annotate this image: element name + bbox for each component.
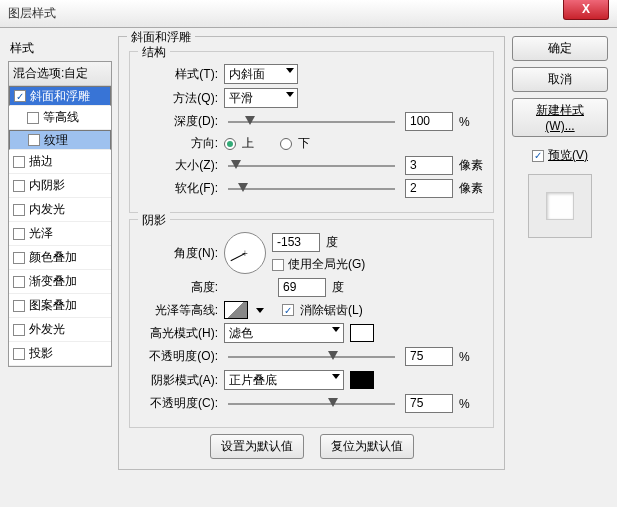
shading-group: 阴影 角度(N): + -153 度 使用全局光(G) <box>129 219 494 428</box>
altitude-label: 高度: <box>140 279 218 296</box>
style-row-斜面和浮雕[interactable]: ✓斜面和浮雕 <box>9 86 111 106</box>
style-row-等高线[interactable]: 等高线 <box>9 106 111 130</box>
direction-up-radio[interactable] <box>224 138 236 150</box>
technique-value: 平滑 <box>229 90 253 107</box>
global-light-check[interactable] <box>272 259 284 271</box>
reset-default-button[interactable]: 复位为默认值 <box>320 434 414 459</box>
size-slider[interactable] <box>228 158 395 174</box>
style-row-图案叠加[interactable]: 图案叠加 <box>9 294 111 318</box>
highlight-opacity-slider[interactable] <box>228 349 395 365</box>
ok-button[interactable]: 确定 <box>512 36 608 61</box>
angle-input[interactable]: -153 <box>272 233 320 252</box>
highlight-color[interactable] <box>350 324 374 342</box>
set-default-button[interactable]: 设置为默认值 <box>210 434 304 459</box>
size-input[interactable]: 3 <box>405 156 453 175</box>
style-panel: 样式 混合选项:自定 ✓斜面和浮雕等高线纹理描边内阴影内发光光泽颜色叠加渐变叠加… <box>8 36 112 478</box>
cancel-button[interactable]: 取消 <box>512 67 608 92</box>
shadow-opacity-unit: % <box>459 397 483 411</box>
depth-slider[interactable] <box>228 114 395 130</box>
new-style-button[interactable]: 新建样式(W)... <box>512 98 608 137</box>
style-check[interactable] <box>13 204 25 216</box>
shadow-mode-label: 阴影模式(A): <box>140 372 218 389</box>
blend-options-row[interactable]: 混合选项:自定 <box>9 62 111 86</box>
style-check[interactable] <box>13 324 25 336</box>
chevron-down-icon[interactable] <box>256 308 264 313</box>
style-row-label: 描边 <box>29 153 53 170</box>
style-check[interactable] <box>13 348 25 360</box>
style-row-颜色叠加[interactable]: 颜色叠加 <box>9 246 111 270</box>
style-check[interactable] <box>13 300 25 312</box>
antialias-check[interactable]: ✓ <box>282 304 294 316</box>
style-row-label: 外发光 <box>29 321 65 338</box>
soften-input[interactable]: 2 <box>405 179 453 198</box>
gloss-contour[interactable] <box>224 301 248 319</box>
close-button[interactable]: X <box>563 0 609 20</box>
style-check[interactable]: ✓ <box>14 90 26 102</box>
style-check[interactable] <box>13 228 25 240</box>
angle-label: 角度(N): <box>140 245 218 262</box>
style-row-光泽[interactable]: 光泽 <box>9 222 111 246</box>
style-row-label: 内发光 <box>29 201 65 218</box>
style-row-纹理[interactable]: 纹理 <box>9 130 111 150</box>
style-check[interactable] <box>28 134 40 146</box>
chevron-down-icon <box>332 327 340 332</box>
style-row-投影[interactable]: 投影 <box>9 342 111 366</box>
depth-unit: % <box>459 115 483 129</box>
style-row-内发光[interactable]: 内发光 <box>9 198 111 222</box>
new-style-label: 新建样式(W)... <box>536 103 584 133</box>
altitude-input[interactable]: 69 <box>278 278 326 297</box>
preview-check[interactable]: ✓ <box>532 150 544 162</box>
shadow-mode-select[interactable]: 正片叠底 <box>224 370 344 390</box>
size-label: 大小(Z): <box>140 157 218 174</box>
soften-label: 软化(F): <box>140 180 218 197</box>
style-row-label: 光泽 <box>29 225 53 242</box>
style-check[interactable] <box>13 180 25 192</box>
style-select[interactable]: 内斜面 <box>224 64 298 84</box>
highlight-opacity-label: 不透明度(O): <box>140 348 218 365</box>
chevron-down-icon <box>332 374 340 379</box>
style-row-label: 等高线 <box>43 109 79 126</box>
shadow-opacity-input[interactable]: 75 <box>405 394 453 413</box>
chevron-down-icon <box>286 68 294 73</box>
window-title: 图层样式 <box>0 5 56 22</box>
shadow-color[interactable] <box>350 371 374 389</box>
style-check[interactable] <box>13 156 25 168</box>
direction-down-radio[interactable] <box>280 138 292 150</box>
style-check[interactable] <box>13 252 25 264</box>
technique-select[interactable]: 平滑 <box>224 88 298 108</box>
style-value: 内斜面 <box>229 66 265 83</box>
style-row-渐变叠加[interactable]: 渐变叠加 <box>9 270 111 294</box>
angle-dial[interactable]: + <box>224 232 266 274</box>
global-light-label: 使用全局光(G) <box>288 256 365 273</box>
size-unit: 像素 <box>459 157 483 174</box>
style-check[interactable] <box>13 276 25 288</box>
bevel-group: 斜面和浮雕 结构 样式(T): 内斜面 方法(Q): 平滑 深度(D): 100… <box>118 36 505 470</box>
style-row-label: 颜色叠加 <box>29 249 77 266</box>
style-row-label: 投影 <box>29 345 53 362</box>
gloss-label: 光泽等高线: <box>140 302 218 319</box>
depth-input[interactable]: 100 <box>405 112 453 131</box>
angle-unit: 度 <box>326 234 338 251</box>
shadow-opacity-slider[interactable] <box>228 396 395 412</box>
style-panel-title: 样式 <box>8 36 112 61</box>
highlight-opacity-input[interactable]: 75 <box>405 347 453 366</box>
highlight-opacity-unit: % <box>459 350 483 364</box>
style-label: 样式(T): <box>140 66 218 83</box>
highlight-mode-label: 高光模式(H): <box>140 325 218 342</box>
soften-unit: 像素 <box>459 180 483 197</box>
style-row-内阴影[interactable]: 内阴影 <box>9 174 111 198</box>
antialias-label: 消除锯齿(L) <box>300 302 363 319</box>
soften-slider[interactable] <box>228 181 395 197</box>
structure-group: 结构 样式(T): 内斜面 方法(Q): 平滑 深度(D): 100 % 方向: <box>129 51 494 213</box>
direction-up-label: 上 <box>242 135 254 152</box>
style-row-描边[interactable]: 描边 <box>9 150 111 174</box>
highlight-mode-select[interactable]: 滤色 <box>224 323 344 343</box>
shadow-mode-value: 正片叠底 <box>229 372 277 389</box>
altitude-unit: 度 <box>332 279 344 296</box>
technique-label: 方法(Q): <box>140 90 218 107</box>
style-row-label: 纹理 <box>44 132 68 149</box>
style-check[interactable] <box>27 112 39 124</box>
style-list: 混合选项:自定 ✓斜面和浮雕等高线纹理描边内阴影内发光光泽颜色叠加渐变叠加图案叠… <box>8 61 112 367</box>
style-row-外发光[interactable]: 外发光 <box>9 318 111 342</box>
preview-box <box>528 174 592 238</box>
